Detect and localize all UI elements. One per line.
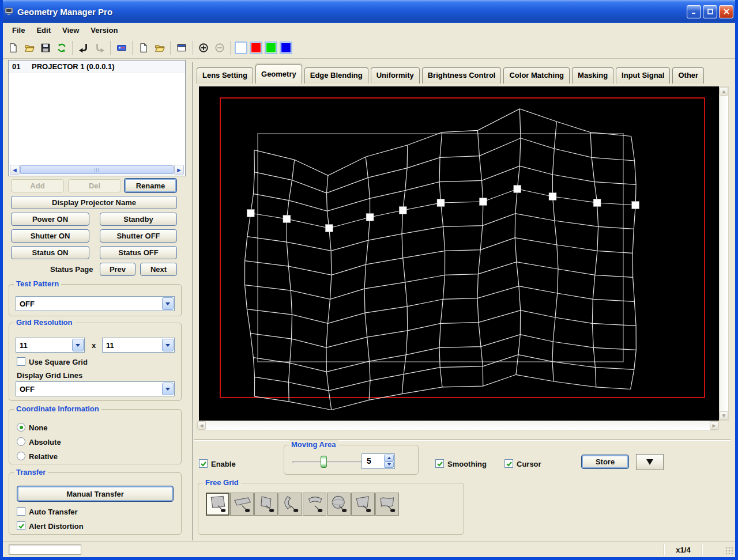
standby-button[interactable]: Standby	[100, 213, 177, 226]
tab-lens-setting[interactable]: Lens Setting	[197, 67, 253, 84]
undo-icon[interactable]	[76, 40, 91, 55]
chevron-down-icon[interactable]	[162, 339, 174, 351]
auto-transfer-checkbox[interactable]	[17, 507, 25, 516]
test-color-red[interactable]	[250, 41, 262, 54]
coord-none-radio[interactable]	[17, 423, 25, 432]
window-icon[interactable]	[174, 40, 189, 55]
power-on-button[interactable]: Power ON	[11, 213, 89, 226]
moving-area-group: Moving Area	[284, 445, 419, 475]
free-grid-sphere-screen-button[interactable]	[327, 493, 351, 516]
rename-button[interactable]: Rename	[124, 178, 177, 193]
chevron-down-icon[interactable]	[162, 297, 174, 310]
maximize-button[interactable]	[703, 5, 717, 18]
coord-absolute-radio[interactable]	[17, 437, 25, 446]
test-color-blue[interactable]	[280, 41, 292, 54]
tab-other[interactable]: Other	[672, 67, 704, 84]
chevron-down-icon[interactable]	[162, 383, 174, 395]
canvas-horizontal-scrollbar[interactable]: ◄ ►	[197, 421, 719, 430]
scroll-right-icon[interactable]: ►	[174, 165, 184, 175]
menu-item-version[interactable]: Version	[85, 24, 123, 36]
enable-checkbox[interactable]	[199, 459, 208, 468]
free-grid-curved-screen-button[interactable]	[375, 493, 399, 516]
close-button[interactable]	[719, 5, 733, 18]
free-grid-cylinder-concave-button[interactable]	[278, 493, 302, 516]
status-on-button[interactable]: Status ON	[11, 246, 89, 259]
new-layout-icon[interactable]	[136, 40, 151, 55]
list-horizontal-scrollbar[interactable]: ◄►	[10, 165, 184, 175]
tab-input-signal[interactable]: Input Signal	[616, 67, 670, 84]
del-button[interactable]: Del	[68, 179, 121, 192]
moving-area-slider-thumb[interactable]	[321, 456, 327, 468]
spin-up-icon[interactable]	[384, 455, 394, 461]
manual-transfer-button[interactable]: Manual Transfer	[17, 486, 174, 502]
free-grid-cylinder-arch-button[interactable]	[303, 493, 326, 516]
tab-strip: Lens SettingGeometryEdge BlendingUniform…	[197, 65, 706, 84]
chevron-down-icon[interactable]	[72, 339, 84, 351]
cursor-checkbox[interactable]	[504, 459, 513, 468]
mesh-handle	[593, 199, 601, 207]
test-pattern-select[interactable]: OFF	[16, 296, 175, 311]
scroll-right-icon[interactable]: ►	[710, 421, 718, 430]
alert-distortion-checkbox[interactable]	[17, 521, 25, 530]
store-button[interactable]: Store	[581, 455, 629, 469]
projector-list[interactable]: 01PROJECTOR 1 (0.0.0.1)◄►	[8, 60, 186, 176]
free-grid-skewed-screen-button[interactable]	[351, 493, 375, 516]
test-color-green[interactable]	[265, 41, 277, 54]
panel-divider	[192, 62, 193, 540]
mesh-handle	[632, 202, 639, 209]
display-projector-name-button[interactable]: Display Projector Name	[11, 196, 177, 209]
free-grid-angled-screen-button[interactable]	[254, 493, 278, 516]
prev-button[interactable]: Prev	[100, 263, 135, 276]
display-grid-lines-select[interactable]: OFF	[16, 381, 175, 396]
projector-panel-icon[interactable]	[114, 40, 129, 55]
scroll-down-icon[interactable]: ▼	[720, 411, 728, 420]
save-icon[interactable]	[38, 40, 53, 55]
add-button[interactable]: Add	[11, 179, 64, 192]
store-menu-button[interactable]	[636, 454, 664, 470]
distortion-mesh	[199, 86, 719, 421]
free-grid-tilted-screen-button[interactable]	[230, 493, 254, 516]
new-document-icon[interactable]	[6, 40, 21, 55]
grid-v-select[interactable]: 11	[102, 338, 175, 353]
status-off-button[interactable]: Status OFF	[100, 246, 177, 259]
shutter-off-button[interactable]: Shutter OFF	[100, 229, 177, 243]
tab-masking[interactable]: Masking	[572, 67, 613, 84]
refresh-icon[interactable]	[54, 40, 69, 55]
canvas-vertical-scrollbar[interactable]: ▲ ▼	[719, 86, 729, 421]
resize-grip[interactable]	[725, 547, 733, 555]
menu-item-view[interactable]: View	[57, 24, 85, 36]
menu-item-edit[interactable]: Edit	[31, 24, 57, 36]
next-button[interactable]: Next	[140, 263, 177, 276]
grid-h-select[interactable]: 11	[16, 338, 85, 353]
scroll-left-icon[interactable]: ◄	[10, 165, 20, 175]
menu-item-file[interactable]: File	[6, 24, 31, 36]
tab-brightness-control[interactable]: Brightness Control	[422, 67, 502, 84]
coord-relative-radio[interactable]	[17, 452, 25, 460]
scroll-left-icon[interactable]: ◄	[197, 421, 206, 430]
tab-uniformity[interactable]: Uniformity	[371, 67, 420, 84]
app-window: Geometry Manager Pro FileEditViewVersion…	[0, 0, 738, 560]
scrollbar-thumb[interactable]	[20, 165, 174, 174]
smoothing-checkbox[interactable]	[435, 459, 444, 468]
shutter-on-button[interactable]: Shutter ON	[11, 229, 89, 243]
projector-list-item[interactable]: 01PROJECTOR 1 (0.0.0.1)	[9, 60, 185, 73]
redo-icon[interactable]	[92, 40, 107, 55]
geometry-canvas[interactable]	[199, 86, 719, 421]
tab-geometry[interactable]: Geometry	[255, 65, 302, 84]
minimize-button[interactable]	[687, 5, 701, 18]
use-square-grid-checkbox[interactable]	[17, 357, 25, 366]
moving-area-slider-track[interactable]	[292, 461, 367, 463]
toolbar-separator	[192, 41, 193, 55]
grid-v-value: 11	[103, 341, 161, 350]
scroll-up-icon[interactable]: ▲	[720, 87, 728, 96]
tab-edge-blending[interactable]: Edge Blending	[304, 67, 368, 84]
open-file-icon[interactable]	[22, 40, 37, 55]
tab-color-matching[interactable]: Color Matching	[503, 67, 570, 84]
free-grid-flat-screen-button[interactable]	[206, 493, 229, 516]
zoom-out-icon[interactable]	[212, 40, 227, 55]
open-layout-icon[interactable]	[152, 40, 167, 55]
spin-down-icon[interactable]	[384, 461, 394, 468]
moving-area-spinner[interactable]: 5	[362, 453, 395, 469]
test-color-white[interactable]	[235, 41, 247, 54]
zoom-in-icon[interactable]	[196, 40, 211, 55]
